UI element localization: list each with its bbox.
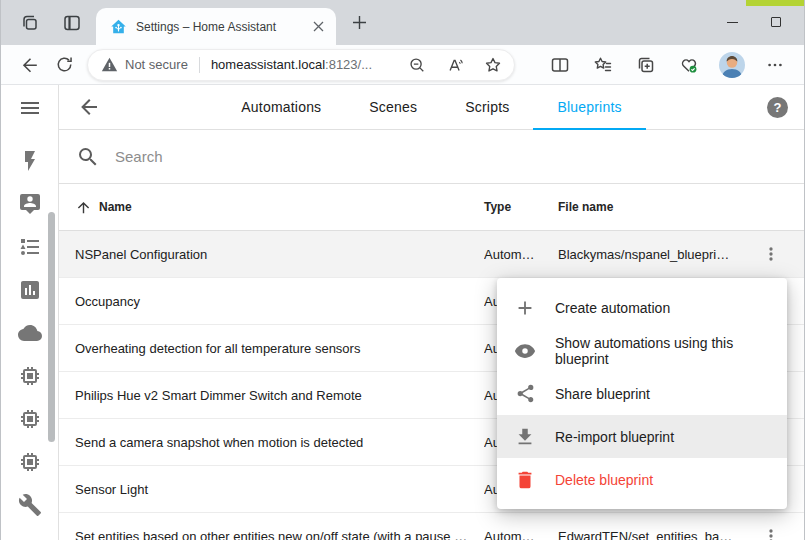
profile-avatar[interactable] [715, 49, 749, 81]
tab-actions-icon[interactable] [57, 8, 87, 38]
menu-item-delete-blueprint[interactable]: Delete blueprint [497, 458, 787, 501]
desktop-edge-strip [746, 0, 804, 6]
tab-scripts[interactable]: Scripts [441, 85, 533, 130]
maximize-icon[interactable] [766, 12, 786, 32]
tab-title: Settings – Home Assistant [136, 20, 300, 34]
column-header-file[interactable]: File name [558, 200, 746, 214]
menu-item-reimport-blueprint[interactable]: Re-import blueprint [497, 415, 787, 458]
favorites-icon[interactable] [586, 49, 620, 81]
table-row[interactable]: NSPanel Configuration Autom… Blackymas/n… [59, 231, 804, 278]
plus-icon [514, 297, 536, 319]
sort-ascending-icon [75, 199, 92, 216]
chip-icon [18, 450, 42, 474]
warning-icon [101, 57, 118, 72]
search-bar[interactable] [59, 130, 804, 184]
browser-essentials-icon[interactable] [672, 49, 706, 81]
sidebar-item-energy[interactable] [1, 139, 59, 182]
wrench-icon [18, 493, 42, 517]
home-assistant-favicon [110, 18, 127, 35]
ha-sidebar [1, 85, 59, 540]
menu-item-create-automation[interactable]: Create automation [497, 286, 787, 329]
cloud-icon [18, 321, 42, 345]
help-icon[interactable]: ? [767, 97, 788, 118]
history-chart-icon [18, 278, 42, 302]
row-name: Set entities based on other entities new… [75, 529, 484, 540]
chip-icon [18, 364, 42, 388]
row-overflow-menu-icon[interactable] [756, 521, 786, 540]
url-text: homeassistant.local:8123/... [211, 57, 372, 72]
row-file: EdwardTEN/set_entities_bas… [558, 529, 746, 540]
minimize-icon[interactable] [722, 12, 742, 32]
read-aloud-icon[interactable] [440, 51, 470, 79]
map-person-icon [18, 192, 42, 216]
workspaces-icon[interactable] [15, 8, 45, 38]
search-input[interactable] [115, 148, 787, 165]
zoom-out-icon[interactable] [402, 51, 432, 79]
logbook-list-icon [18, 235, 42, 259]
favorite-star-icon[interactable] [478, 51, 508, 79]
sidebar-menu-icon[interactable] [1, 85, 58, 130]
row-overflow-menu-icon[interactable] [756, 239, 786, 269]
browser-window: Settings – Home Assistant [0, 0, 805, 540]
refresh-icon[interactable] [47, 49, 81, 81]
row-name: NSPanel Configuration [75, 247, 484, 262]
ha-nav-tabs: Automations Scenes Scripts Blueprints [59, 85, 804, 130]
new-tab-icon[interactable] [344, 7, 374, 37]
sidebar-scrollbar[interactable] [48, 212, 55, 442]
split-screen-icon[interactable] [543, 49, 577, 81]
row-name: Send a camera snapshot when motion is de… [75, 435, 484, 450]
row-type: Autom… [484, 529, 558, 540]
menu-item-share-blueprint[interactable]: Share blueprint [497, 372, 787, 415]
menu-item-show-automations[interactable]: Show automations using this blueprint [497, 329, 787, 372]
chip-icon [18, 407, 42, 431]
url-host: homeassistant.local [211, 57, 325, 72]
eye-icon [514, 340, 536, 362]
browser-tab-strip: Settings – Home Assistant [1, 0, 804, 45]
sidebar-item-tools[interactable] [1, 483, 59, 526]
tab-automations[interactable]: Automations [217, 85, 345, 130]
url-path: :8123/... [325, 57, 372, 72]
security-label: Not secure [125, 57, 188, 72]
column-header-name[interactable]: Name [75, 199, 484, 216]
row-name: Overheating detection for all temperatur… [75, 341, 484, 356]
tab-blueprints[interactable]: Blueprints [533, 85, 645, 130]
energy-flash-icon [18, 149, 42, 173]
delete-icon [514, 469, 536, 491]
tab-close-icon[interactable] [309, 17, 328, 36]
search-icon [76, 145, 100, 169]
site-security-badge[interactable]: Not secure [101, 57, 188, 72]
collections-icon[interactable] [629, 49, 663, 81]
column-header-type[interactable]: Type [484, 200, 558, 214]
row-type: Autom… [484, 247, 558, 262]
more-icon[interactable] [758, 49, 792, 81]
row-name: Philips Hue v2 Smart Dimmer Switch and R… [75, 388, 484, 403]
row-name: Sensor Light [75, 482, 484, 497]
address-bar[interactable]: Not secure homeassistant.local:8123/... [87, 49, 515, 81]
row-name: Occupancy [75, 294, 484, 309]
browser-toolbar: Not secure homeassistant.local:8123/... [1, 45, 804, 85]
ha-header: Automations Scenes Scripts Blueprints ? [59, 85, 804, 130]
back-icon[interactable] [13, 49, 47, 81]
table-header: Name Type File name [59, 184, 804, 231]
share-icon [514, 383, 536, 405]
divider [199, 57, 200, 73]
blueprint-context-menu: Create automation Show automations using… [497, 278, 787, 509]
tab-scenes[interactable]: Scenes [345, 85, 441, 130]
download-icon [514, 426, 536, 448]
sidebar-item-integration-3[interactable] [1, 440, 59, 483]
table-row[interactable]: Set entities based on other entities new… [59, 513, 804, 540]
browser-tab[interactable]: Settings – Home Assistant [96, 8, 336, 45]
row-file: Blackymas/nspanel_blueprin… [558, 247, 746, 262]
